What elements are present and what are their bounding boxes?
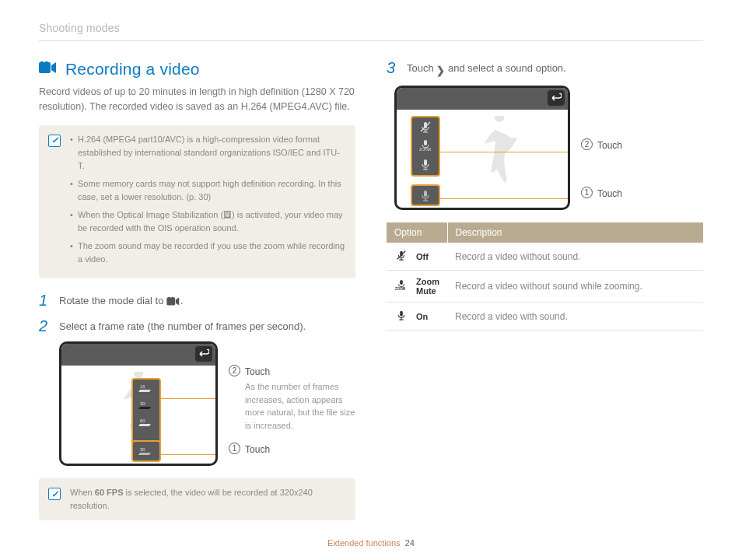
svg-point-5 [171,297,173,299]
sound-off-option[interactable] [412,117,439,136]
camcorder-icon [39,61,58,78]
table-row: Off Record a video without sound. [387,243,703,271]
callout-touch-label: Touch [597,138,622,152]
section-title: Recording a video [65,60,200,79]
circled-2-icon: 2 [229,365,240,376]
note-item: When the Optical Image Stabilization (🖼)… [70,208,345,235]
screen-topbar [397,88,568,110]
title-row: Recording a video [39,60,355,79]
svg-rect-3 [166,297,175,305]
callouts-sound: 2 Touch 1 Touch [581,86,622,205]
intro-text: Record videos of up to 20 minutes in len… [39,85,355,114]
fps-menu-button[interactable]: 30 [133,442,159,460]
fps-note-box: ✓ When 60 FPS is selected, the video wil… [39,478,355,520]
option-name: Zoom Mute [408,271,447,303]
sound-menu-button[interactable] [412,186,439,205]
callout-touch-label: Touch [245,443,270,457]
callouts-fps: 2 Touch As the number of frames increase… [229,341,355,461]
note-item: Some memory cards may not support high d… [70,177,345,204]
svg-text:60: 60 [140,418,145,423]
step-1-text: Rotate the mode dial to [59,295,166,306]
info-icon: ✓ [48,488,61,500]
screen-topbar [61,344,215,366]
info-icon: ✓ [48,135,61,147]
svg-rect-14 [424,159,427,166]
step-1-suffix: . [180,295,184,306]
option-desc: Record a video without sound while zoomi… [447,271,703,303]
callout-2: 2 Touch As the number of frames increase… [229,365,355,432]
step-1: 1 Rotate the mode dial to . [39,292,355,310]
step-number: 1 [39,292,51,310]
callout-1: 1 Touch [581,187,622,201]
chevron-right-icon: ❯ [436,64,445,78]
note-item: The zoom sound may be recorded if you us… [70,240,345,266]
footer-section: Extended functions [327,538,401,548]
sound-options-table: Option Description Off Record a video wi… [387,222,703,331]
svg-rect-20 [400,311,403,317]
option-desc: Record a video with sound. [447,303,703,331]
callout-leader [440,198,570,199]
callout-leader [161,454,218,455]
svg-text:ZOOM: ZOOM [419,147,431,152]
info-note-box: ✓ H.264 (MPEG4 part10/AVC) is a high-com… [39,125,355,278]
svg-text:15: 15 [140,384,145,389]
option-name: Off [408,243,447,271]
svg-text:30: 30 [140,401,145,406]
fps-60-option[interactable]: 60 [133,414,159,431]
fps-15-option[interactable]: 15 [133,380,159,397]
callout-1: 1 Touch [229,443,355,457]
camera-screen: ZOOM [394,86,570,210]
svg-rect-12 [424,140,427,145]
mic-zoom-icon: ZOOM [387,271,408,303]
note2-pre: When [70,488,95,497]
svg-rect-18 [400,280,403,285]
circled-2-icon: 2 [581,138,593,150]
sound-options-sidebar: ZOOM [412,117,439,175]
mode-dial-video-icon [166,296,180,310]
step-2-text: Select a frame rate (the number of frame… [59,318,306,334]
callout-fps-desc: As the number of frames increases, actio… [245,380,355,432]
screenshot-sound: ZOOM [394,86,703,210]
step-2: 2 Select a frame rate (the number of fra… [39,318,355,334]
svg-text:30: 30 [140,447,145,452]
page-header: Shooting modes [39,22,703,34]
callout-leader [440,152,570,152]
screenshot-fps: 15 30 60 30 2 [59,341,355,466]
callout-touch-label: Touch [245,365,355,379]
right-column: 3 Touch ❯ and select a sound option. [387,60,703,534]
th-option: Option [387,222,447,243]
back-button[interactable] [548,90,565,106]
mic-off-icon [387,243,408,271]
callout-2: 2 Touch [581,138,622,152]
svg-rect-15 [424,191,427,197]
dancer-silhouette [472,116,527,186]
option-desc: Record a video without sound. [447,243,703,271]
step-number: 2 [39,318,51,334]
header-rule [39,40,703,41]
circled-1-icon: 1 [229,443,240,454]
back-button[interactable] [195,346,212,362]
camera-screen: 15 30 60 30 [59,341,218,466]
footer-page-number: 24 [405,538,415,548]
svg-point-1 [40,61,44,65]
sound-zoom-mute-option[interactable]: ZOOM [412,136,439,155]
fps-options-sidebar: 15 30 60 [133,380,159,448]
option-name: On [408,303,447,331]
callout-touch-label: Touch [597,187,622,201]
note-item: H.264 (MPEG4 part10/AVC) is a high-compr… [70,133,345,173]
callout-leader [161,398,218,399]
fps-30-option[interactable]: 30 [133,397,159,414]
circled-1-icon: 1 [581,187,593,198]
page-footer: Extended functions 24 [0,538,742,548]
sound-on-option[interactable] [412,155,439,173]
mic-on-icon [387,303,408,331]
note-list: H.264 (MPEG4 part10/AVC) is a high-compr… [70,133,345,271]
th-description: Description [447,222,703,243]
step-number: 3 [387,60,399,78]
svg-text:ZOOM: ZOOM [395,287,406,291]
step-3-pre: Touch [407,62,436,74]
note2-bold: 60 FPS [95,488,124,497]
step-3: 3 Touch ❯ and select a sound option. [387,60,703,78]
svg-point-2 [45,61,48,65]
table-row: On Record a video with sound. [387,303,703,331]
